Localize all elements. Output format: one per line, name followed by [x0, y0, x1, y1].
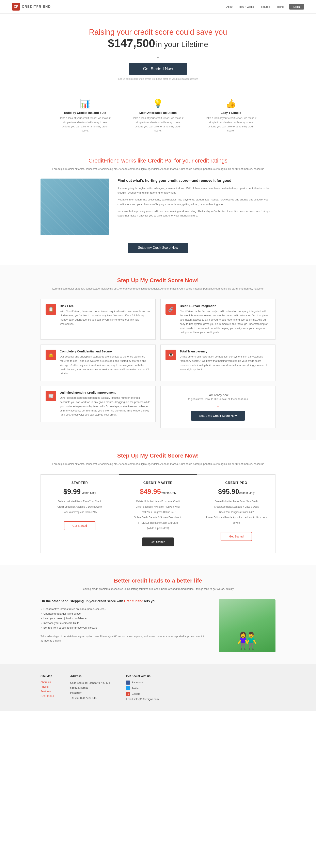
cf-para-0: If you're going through credit challenge… — [117, 186, 276, 195]
risk-free-title: Risk-Free — [60, 304, 150, 308]
cf-works-content: Find out what's hurting your credit scor… — [40, 179, 276, 235]
unlimited-title: Unlimited Monthly Credit Improvement — [60, 391, 150, 394]
better-list-item-4: ✓ Be free from stress, and improve your … — [40, 625, 207, 630]
footer-social: Get Social with us f Facebook t Twitter … — [126, 675, 159, 701]
pricing-pro-cta[interactable]: Get Started — [220, 532, 252, 541]
pricing-starter-price: $9.99/Month Only — [45, 488, 114, 495]
nav-features[interactable]: Features — [259, 5, 270, 8]
bureau-title: Credit Bureau Integration — [180, 304, 271, 308]
nav-how-it-works[interactable]: How it works — [239, 5, 254, 8]
feature-item-0: 📊 Build by Credits ins and outs Take a l… — [59, 99, 111, 133]
better-credit-section: Better credit leads to a better life Lea… — [0, 565, 316, 664]
footer-address-heading: Address — [70, 675, 110, 678]
footer-facebook[interactable]: f Facebook — [126, 681, 159, 685]
better-list-heading: On the other hand, stepping up your cred… — [40, 599, 207, 603]
feature-icon-2: 👍 — [205, 99, 257, 108]
logo-icon: CF — [12, 3, 20, 10]
confidential-icon: 🔒 — [45, 350, 56, 360]
confidential-title: Completely Confidential and Secure — [60, 350, 150, 353]
pricing-starter-name: STARTER — [45, 481, 114, 485]
confidential-body: Completely Confidential and Secure Our s… — [60, 350, 150, 376]
setup-credit-score-button-1[interactable]: Setup my Credit Score Now — [128, 243, 188, 253]
footer-link-features[interactable]: Features — [40, 690, 54, 693]
pricing-section: Step Up My Credit Score Now! Lorem ipsum… — [0, 440, 316, 565]
hero-disclaimer: Sed ut perspiciatis unde omnis iste natu… — [40, 78, 276, 80]
nav-about[interactable]: About — [226, 5, 233, 8]
pricing-starter-cta[interactable]: Get Started — [64, 521, 96, 530]
feature-item-1: 💡 Most Affordable solutions Take a look … — [132, 99, 184, 133]
bureau-icon: 🔗 — [166, 304, 176, 315]
feature-card-bureau: 🔗 Credit Bureau Integration CreditFriend… — [161, 299, 276, 340]
risk-free-body: Risk-Free With CreditFriend, there's no … — [60, 304, 150, 326]
get-started-button[interactable]: Get Started Now — [129, 63, 187, 75]
transparency-body: Total Transparency Unlike other credit r… — [180, 350, 271, 372]
step-up-heading: Step Up My Credit Score Now! — [40, 277, 276, 284]
better-list-item-2: ✓ Land your dream job with confidence — [40, 616, 207, 621]
better-image: 👫 — [219, 599, 276, 652]
bureau-body: Credit Bureau Integration CreditFriend i… — [180, 304, 271, 335]
step-up-section: Step Up My Credit Score Now! Lorem ipsum… — [0, 265, 316, 440]
step-up-bottom-row: 📰 Unlimited Monthly Credit Improvement O… — [40, 386, 276, 428]
better-list-item-0: ✓ Get attractive interest rates on loans… — [40, 607, 207, 611]
ready-arrow-icon: ↓ — [166, 403, 271, 408]
footer-address-line-1: 56861 Mifarnes — [70, 685, 110, 690]
pricing-master-cta[interactable]: Get Started — [142, 537, 174, 547]
pricing-cards: STARTER $9.99/Month Only Delete Unlimite… — [40, 474, 276, 553]
better-content: On the other hand, stepping up your cred… — [40, 599, 276, 652]
footer-email: Email: info@99designs.com — [126, 698, 159, 701]
pricing-master-features: Delete Unlimited Items From Your Credit … — [124, 499, 192, 531]
feature-card-transparency: 👁️ Total Transparency Unlike other credi… — [161, 344, 276, 381]
pricing-pro-period: /Month Only — [239, 491, 254, 494]
pricing-card-starter: STARTER $9.99/Month Only Delete Unlimite… — [40, 474, 119, 553]
cf-works-image — [40, 179, 109, 235]
feature-icon-0: 📊 — [59, 99, 111, 108]
facebook-icon: f — [126, 681, 130, 685]
footer-sitemap-heading: Site Map — [40, 675, 54, 678]
ready-text: I am ready now — [166, 393, 271, 397]
nav-pricing[interactable]: Pricing — [276, 5, 284, 8]
pricing-card-master: CREDIT MASTER $49.95/Month Only Delete U… — [119, 474, 198, 553]
navbar: CF CREDITFRIEND About How it works Featu… — [0, 0, 316, 13]
cf-content-heading: Find out what's hurting your credit scor… — [117, 179, 276, 183]
hero-title: Raising your credit score could save you — [40, 28, 276, 36]
footer-googleplus[interactable]: g Google+ — [126, 692, 159, 696]
better-subtext: Leaving credit problems unchecked is lik… — [40, 587, 276, 591]
footer-address-line-3: Tel: 001-800-7325-111 — [70, 695, 110, 701]
hero-section: Raising your credit score could save you… — [0, 13, 316, 91]
better-list-item-3: ✓ Increase your credit card limits — [40, 621, 207, 625]
transparency-icon: 👁️ — [166, 350, 176, 360]
pricing-starter-period: /Month Only — [81, 491, 96, 494]
creditfriend-works-section: CreditFriend works like Credit Pal for y… — [0, 145, 316, 265]
feature-desc-0: Take a look at your credit report, we ma… — [59, 116, 111, 133]
login-button[interactable]: Login — [289, 4, 304, 9]
pricing-subtext: Lorem ipsum dolor sit amet, consectetuer… — [40, 462, 276, 466]
footer-address-line-2: Paraguay — [70, 690, 110, 695]
ready-subtext: to get started, I would like to avail al… — [166, 398, 271, 401]
feature-icon-1: 💡 — [132, 99, 184, 108]
footer-twitter[interactable]: t Twitter — [126, 686, 159, 690]
setup-credit-score-button-2[interactable]: Setup my Credit Score Now — [191, 411, 245, 421]
cf-works-subtext: Lorem ipsum dolor sit amet, consectetuer… — [40, 167, 276, 171]
pricing-pro-features: Delete Unlimited Items From Your Credit … — [202, 499, 271, 526]
hero-amount: $147,500 — [108, 37, 155, 50]
better-closing: Take advantage of our risk-free signup o… — [40, 634, 207, 643]
googleplus-label: Google+ — [132, 692, 142, 695]
brand-name: CREDITFRIEND — [22, 5, 51, 8]
better-list: ✓ Get attractive interest rates on loans… — [40, 607, 207, 630]
twitter-label: Twitter — [132, 687, 139, 690]
footer-link-pricing[interactable]: Pricing — [40, 685, 54, 688]
unlimited-body: Unlimited Monthly Credit Improvement Oth… — [60, 391, 150, 417]
footer-link-getstarted[interactable]: Get Started — [40, 694, 54, 698]
footer-sitemap: Site Map About us Pricing Features Get S… — [40, 675, 54, 701]
transparency-title: Total Transparency — [180, 350, 271, 353]
cf-para-1: Negative information, like collections, … — [117, 197, 276, 206]
pricing-heading: Step Up My Credit Score Now! — [40, 453, 276, 459]
footer-link-about[interactable]: About us — [40, 681, 54, 684]
risk-free-icon: 📋 — [45, 304, 56, 315]
feature-title-0: Build by Credits ins and outs — [59, 111, 111, 115]
feature-title-2: Easy + Simple — [205, 111, 257, 115]
pricing-pro-name: CREDIT PRO — [202, 481, 271, 485]
unlimited-desc: Other credit restoration companies typic… — [60, 396, 150, 417]
cf-para-2: we know that improving your credit can b… — [117, 209, 276, 218]
footer-social-heading: Get Social with us — [126, 675, 159, 678]
